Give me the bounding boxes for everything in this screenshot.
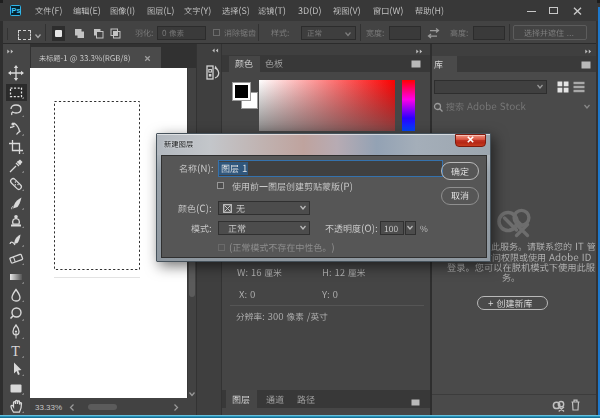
svg-text:T: T: [11, 344, 20, 359]
